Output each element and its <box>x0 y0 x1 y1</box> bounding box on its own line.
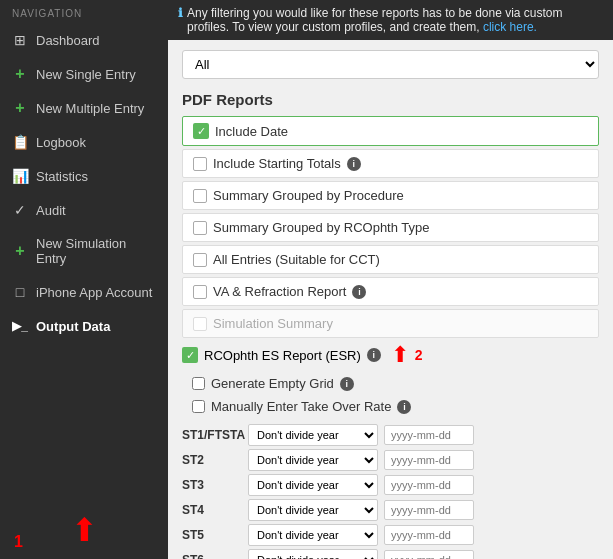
sidebar-item-statistics[interactable]: 📊 Statistics <box>0 159 168 193</box>
all-entries-label: All Entries (Suitable for CCT) <box>213 252 380 267</box>
row-select-st1[interactable]: Don't divide year <box>248 424 378 446</box>
info-bar: ℹ Any filtering you would like for these… <box>168 0 613 40</box>
row-input-st1[interactable] <box>384 425 474 445</box>
all-entries-checkbox[interactable] <box>193 253 207 267</box>
summary-grouped-procedure-checkbox[interactable] <box>193 189 207 203</box>
pdf-reports-title: PDF Reports <box>182 91 599 108</box>
sidebar-item-dashboard[interactable]: ⊞ Dashboard <box>0 23 168 57</box>
row-select-st6[interactable]: Don't divide year <box>248 549 378 559</box>
table-row: ST4 Don't divide year <box>182 499 599 521</box>
row-input-st2[interactable] <box>384 450 474 470</box>
sidebar-item-logbook[interactable]: 📋 Logbook <box>0 125 168 159</box>
include-starting-totals-checkbox[interactable] <box>193 157 207 171</box>
all-entries-option[interactable]: All Entries (Suitable for CCT) <box>182 245 599 274</box>
click-here-link[interactable]: click here. <box>483 20 537 34</box>
va-refraction-label: VA & Refraction Report <box>213 284 346 299</box>
sidebar-item-label: iPhone App Account <box>36 285 152 300</box>
sidebar-item-label: Output Data <box>36 319 110 334</box>
table-row: ST1/FTSTA Don't divide year <box>182 424 599 446</box>
nav-label: NAVIGATION <box>0 0 168 23</box>
include-date-label: Include Date <box>215 124 288 139</box>
row-label-st5: ST5 <box>182 528 242 542</box>
row-input-st3[interactable] <box>384 475 474 495</box>
sidebar-item-label: New Single Entry <box>36 67 136 82</box>
sidebar-item-label: New Simulation Entry <box>36 236 156 266</box>
plus-icon: + <box>12 66 28 82</box>
va-refraction-checkbox[interactable] <box>193 285 207 299</box>
esr-table: ST1/FTSTA Don't divide year ST2 Don't di… <box>182 424 599 559</box>
include-starting-totals-label: Include Starting Totals <box>213 156 341 171</box>
arrow-up-1: ⬆ <box>12 511 156 549</box>
sidebar: NAVIGATION ⊞ Dashboard + New Single Entr… <box>0 0 168 559</box>
info-circle-starting-totals[interactable]: i <box>347 157 361 171</box>
summary-grouped-rcophth-label: Summary Grouped by RCOphth Type <box>213 220 430 235</box>
arrow-up-2: ⬆ <box>391 342 409 368</box>
sidebar-item-new-multiple-entry[interactable]: + New Multiple Entry <box>0 91 168 125</box>
esr-section: ✓ RCOphth ES Report (ESR) i ⬆ 2 Generate… <box>182 342 599 559</box>
info-circle-esr[interactable]: i <box>367 348 381 362</box>
sidebar-item-new-single-entry[interactable]: + New Single Entry <box>0 57 168 91</box>
sidebar-item-audit[interactable]: ✓ Audit <box>0 193 168 227</box>
row-input-st4[interactable] <box>384 500 474 520</box>
row-input-st5[interactable] <box>384 525 474 545</box>
row-label-st3: ST3 <box>182 478 242 492</box>
statistics-icon: 📊 <box>12 168 28 184</box>
include-date-checkbox[interactable]: ✓ <box>193 123 209 139</box>
logbook-icon: 📋 <box>12 134 28 150</box>
sidebar-item-output-data[interactable]: ▶_ Output Data <box>0 309 168 343</box>
terminal-icon: ▶_ <box>12 318 28 334</box>
sidebar-item-label: Logbook <box>36 135 86 150</box>
row-select-st5[interactable]: Don't divide year <box>248 524 378 546</box>
sidebar-item-label: New Multiple Entry <box>36 101 144 116</box>
include-starting-totals-option[interactable]: Include Starting Totals i <box>182 149 599 178</box>
summary-grouped-procedure-label: Summary Grouped by Procedure <box>213 188 404 203</box>
info-circle-va[interactable]: i <box>352 285 366 299</box>
sidebar-item-label: Dashboard <box>36 33 100 48</box>
summary-grouped-rcophth-option[interactable]: Summary Grouped by RCOphth Type <box>182 213 599 242</box>
annotation-2: 2 <box>415 347 423 363</box>
table-row: ST6 Don't divide year <box>182 549 599 559</box>
esr-header: ✓ RCOphth ES Report (ESR) i ⬆ 2 <box>182 342 599 368</box>
row-select-st3[interactable]: Don't divide year <box>248 474 378 496</box>
esr-checkbox[interactable]: ✓ <box>182 347 198 363</box>
sidebar-item-label: Audit <box>36 203 66 218</box>
iphone-icon: □ <box>12 284 28 300</box>
simulation-summary-option: Simulation Summary <box>182 309 599 338</box>
row-label-st6: ST6 <box>182 553 242 559</box>
generate-empty-grid-checkbox[interactable] <box>192 377 205 390</box>
generate-empty-grid-label: Generate Empty Grid <box>211 376 334 391</box>
row-label-st4: ST4 <box>182 503 242 517</box>
table-row: ST3 Don't divide year <box>182 474 599 496</box>
filter-select[interactable]: All <box>182 50 599 79</box>
info-text: Any filtering you would like for these r… <box>187 6 603 34</box>
sidebar-item-iphone-app-account[interactable]: □ iPhone App Account <box>0 275 168 309</box>
include-date-option[interactable]: ✓ Include Date <box>182 116 599 146</box>
sidebar-item-label: Statistics <box>36 169 88 184</box>
info-circle-takeover[interactable]: i <box>397 400 411 414</box>
plus-icon: + <box>12 243 28 259</box>
manually-enter-takeover-label: Manually Enter Take Over Rate <box>211 399 391 414</box>
annotation-1: 1 <box>14 533 23 551</box>
summary-grouped-procedure-option[interactable]: Summary Grouped by Procedure <box>182 181 599 210</box>
va-refraction-option[interactable]: VA & Refraction Report i <box>182 277 599 306</box>
generate-empty-grid-option[interactable]: Generate Empty Grid i <box>182 372 599 395</box>
manually-enter-takeover-option[interactable]: Manually Enter Take Over Rate i <box>182 395 599 418</box>
row-select-st2[interactable]: Don't divide year <box>248 449 378 471</box>
row-select-st4[interactable]: Don't divide year <box>248 499 378 521</box>
row-input-st6[interactable] <box>384 550 474 559</box>
main-content: ℹ Any filtering you would like for these… <box>168 0 613 559</box>
info-icon: ℹ <box>178 6 183 20</box>
audit-icon: ✓ <box>12 202 28 218</box>
info-circle-grid[interactable]: i <box>340 377 354 391</box>
simulation-summary-label: Simulation Summary <box>213 316 333 331</box>
row-label-st2: ST2 <box>182 453 242 467</box>
row-label-st1: ST1/FTSTA <box>182 428 242 442</box>
dashboard-icon: ⊞ <box>12 32 28 48</box>
table-row: ST2 Don't divide year <box>182 449 599 471</box>
summary-grouped-rcophth-checkbox[interactable] <box>193 221 207 235</box>
esr-label: RCOphth ES Report (ESR) <box>204 348 361 363</box>
sidebar-item-new-simulation-entry[interactable]: + New Simulation Entry <box>0 227 168 275</box>
plus-icon: + <box>12 100 28 116</box>
manually-enter-takeover-checkbox[interactable] <box>192 400 205 413</box>
simulation-summary-checkbox <box>193 317 207 331</box>
